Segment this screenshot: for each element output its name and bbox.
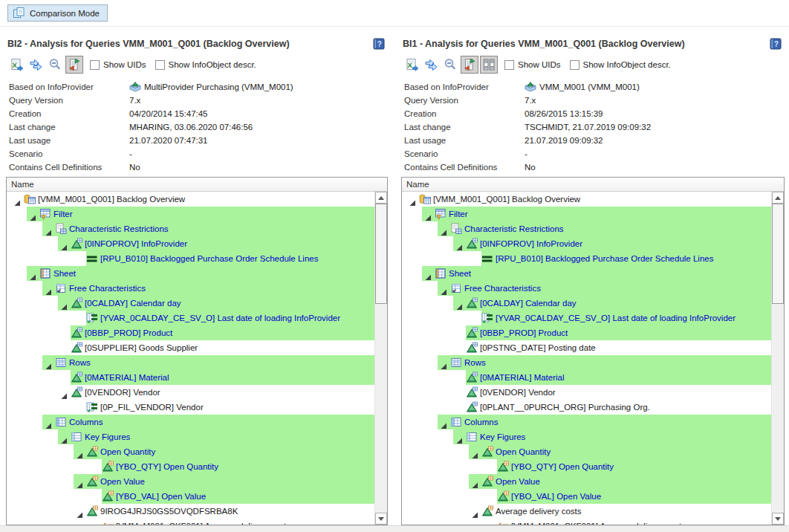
tree-row[interactable]: [0PSTNG_DATE] Posting date: [402, 340, 771, 355]
expander-icon[interactable]: [45, 360, 52, 366]
expander-icon[interactable]: [92, 523, 99, 525]
expander-icon[interactable]: [456, 434, 463, 441]
expander-icon[interactable]: [45, 285, 52, 292]
help-icon[interactable]: ?: [770, 38, 782, 50]
tree-row[interactable]: [0SUPPLIER] Goods Supplier: [7, 340, 374, 355]
tree-row[interactable]: [0BBP_PROD] Product: [7, 325, 374, 340]
tree-row[interactable]: [0MATERIAL] Material: [7, 370, 374, 385]
vertical-scrollbar[interactable]: [374, 192, 387, 525]
scroll-up-button[interactable]: [375, 192, 387, 204]
tree-row[interactable]: [0MATERIAL] Material: [402, 370, 771, 385]
tree-row[interactable]: f[VMM_M001_CKF001] Average delivery cost…: [402, 519, 771, 525]
scroll-track[interactable]: [772, 204, 784, 513]
tree-row[interactable]: Open Value: [7, 474, 374, 489]
tree-row[interactable]: Average delivery costs: [402, 504, 771, 519]
expander-icon[interactable]: [472, 479, 478, 485]
tree-row[interactable]: Sheet: [402, 266, 771, 281]
tree-row[interactable]: Open Quantity: [402, 444, 771, 459]
tree-row[interactable]: Sheet: [7, 266, 374, 281]
tree-row[interactable]: [0CALDAY] Calendar day: [7, 296, 374, 311]
expander-icon[interactable]: [61, 434, 68, 441]
scroll-up-button[interactable]: [772, 192, 784, 204]
transfer-icon[interactable]: [422, 56, 440, 74]
scroll-down-button[interactable]: [772, 513, 784, 525]
expander-icon[interactable]: [456, 241, 463, 247]
expander-icon[interactable]: [425, 211, 432, 218]
tree-row[interactable]: Open Quantity: [7, 444, 374, 459]
tree-row[interactable]: 9IROG4JRJS0GS5OVQDFSRBA8K: [7, 504, 374, 519]
expander-icon[interactable]: [77, 508, 83, 515]
zoom-out-icon[interactable]: [441, 56, 459, 74]
tree-row[interactable]: [YVAR_0CALDAY_CE_SV_O] Last date of load…: [402, 311, 771, 325]
tree-row[interactable]: [RPU_B010] Backlogged Purchase Order Sch…: [7, 251, 374, 266]
tree-row[interactable]: Columns: [402, 415, 771, 429]
comparison-mode-button[interactable]: Comparison Mode: [7, 4, 108, 22]
scroll-down-button[interactable]: [375, 513, 387, 525]
tree-row[interactable]: Rows: [7, 355, 374, 370]
checkbox-box[interactable]: [504, 60, 514, 70]
tree-row[interactable]: [0P_FIL_VENDOR] Vendor: [7, 400, 374, 415]
tree-row[interactable]: [YBO_VAL] Open Value: [7, 489, 374, 504]
expander-icon[interactable]: [441, 419, 447, 426]
compare-import-icon[interactable]: [461, 56, 478, 74]
tree-row[interactable]: [YBO_VAL] Open Value: [402, 489, 771, 504]
expander-icon[interactable]: [14, 196, 21, 203]
expander-icon[interactable]: [441, 285, 447, 292]
tree-row[interactable]: [VMM_M001_Q001] Backlog Overview: [402, 192, 771, 207]
tree-row[interactable]: [YVAR_0CALDAY_CE_SV_O] Last date of load…: [7, 311, 374, 325]
tree-row[interactable]: [0VENDOR] Vendor: [7, 385, 374, 400]
tree-row[interactable]: [0VENDOR] Vendor: [402, 385, 771, 400]
export-excel-icon[interactable]: X: [7, 56, 25, 74]
expander-icon[interactable]: [61, 300, 68, 307]
tree-row[interactable]: [YBO_QTY] Open Quantity: [402, 459, 771, 474]
expander-icon[interactable]: [472, 449, 478, 455]
tree-row[interactable]: Columns: [7, 415, 374, 429]
expander-icon[interactable]: [441, 226, 447, 233]
expander-icon[interactable]: [30, 211, 36, 218]
tree-row[interactable]: Characteristic Restrictions: [402, 221, 771, 236]
help-icon[interactable]: ?: [373, 38, 385, 50]
checkbox-box[interactable]: [90, 60, 100, 70]
tree-row[interactable]: Key Figures: [7, 429, 374, 444]
tree-row[interactable]: Free Characteristics: [402, 281, 771, 296]
tree-row[interactable]: [VMM_M001_Q001] Backlog Overview: [7, 192, 374, 207]
expander-icon[interactable]: [45, 226, 52, 233]
expander-icon[interactable]: [472, 508, 478, 515]
tree-row[interactable]: Filter: [7, 207, 374, 221]
grid-compare-icon[interactable]: [480, 56, 498, 74]
zoom-out-icon[interactable]: [46, 56, 64, 74]
expander-icon[interactable]: [441, 360, 447, 366]
tree-row[interactable]: Filter: [402, 207, 771, 221]
tree-row[interactable]: [0INFOPROV] InfoProvider: [402, 236, 771, 251]
tree-row[interactable]: Characteristic Restrictions: [7, 221, 374, 236]
checkbox-box[interactable]: [155, 60, 165, 70]
tree-row[interactable]: [0CALDAY] Calendar day: [402, 296, 771, 311]
scroll-thumb[interactable]: [772, 204, 784, 304]
compare-import-icon[interactable]: [65, 56, 83, 74]
tree-row[interactable]: Rows: [402, 355, 771, 370]
expander-icon[interactable]: [425, 270, 432, 277]
checkbox-box[interactable]: [570, 60, 579, 70]
expander-icon[interactable]: [61, 241, 68, 247]
tree-row[interactable]: [RPU_B010] Backlogged Purchase Order Sch…: [402, 251, 771, 266]
tree-row[interactable]: [0BBP_PROD] Product: [402, 325, 771, 340]
expander-icon[interactable]: [77, 449, 83, 455]
expander-icon[interactable]: [487, 523, 494, 525]
export-excel-icon[interactable]: X: [403, 56, 421, 74]
vertical-scrollbar[interactable]: [771, 192, 784, 525]
transfer-icon[interactable]: [27, 56, 45, 74]
expander-icon[interactable]: [456, 300, 463, 307]
expander-icon[interactable]: [61, 389, 68, 396]
checkbox-show-infoobject-descr[interactable]: Show InfoObject descr.: [570, 60, 671, 70]
checkbox-show-uids[interactable]: Show UIDs: [90, 60, 146, 70]
scroll-thumb[interactable]: [375, 204, 387, 304]
tree-row[interactable]: [YBO_QTY] Open Quantity: [7, 459, 374, 474]
tree-row[interactable]: Key Figures: [402, 429, 771, 444]
tree-row[interactable]: f[VMM_M001_CKF001] Average delivery cost…: [7, 519, 374, 525]
tree-row[interactable]: [0INFOPROV] InfoProvider: [7, 236, 374, 251]
checkbox-show-uids[interactable]: Show UIDs: [504, 60, 561, 70]
expander-icon[interactable]: [409, 196, 416, 203]
expander-icon[interactable]: [77, 479, 83, 485]
expander-icon[interactable]: [45, 419, 52, 426]
tree-row[interactable]: [0PLANT__0PURCH_ORG] Purchasing Org.: [402, 400, 771, 415]
